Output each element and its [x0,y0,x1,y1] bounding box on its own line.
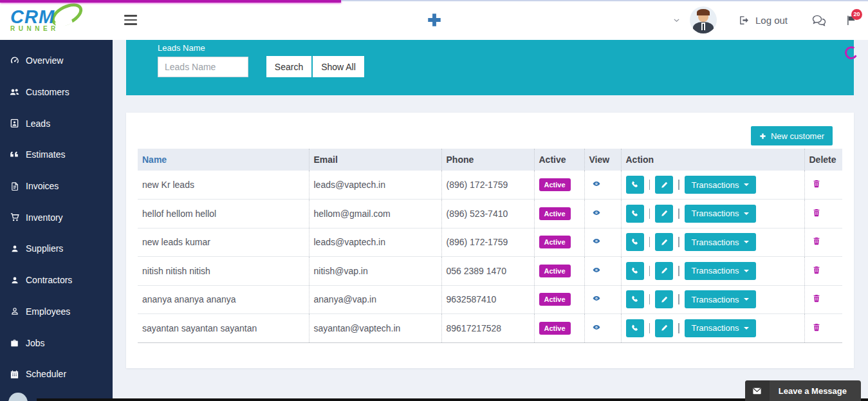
sidebar-item-overview[interactable]: Overview [0,45,113,77]
table-header-row: Name Email Phone Active View Action Dele… [138,149,842,171]
bottom-edge [37,398,868,401]
lead-email: hellom@gmail.com [309,200,441,228]
call-button[interactable] [626,233,644,251]
caret-down-icon [744,270,749,272]
status-badge: Active [539,293,571,306]
view-eye-icon[interactable] [589,266,602,274]
view-eye-icon[interactable] [589,209,602,217]
edit-button[interactable] [655,319,673,337]
delete-button[interactable] [809,236,821,246]
sidebar-item-estimates[interactable]: Estimates [0,139,113,171]
edit-button[interactable] [655,290,673,308]
show-all-button[interactable]: Show All [313,56,364,77]
lead-phone: (896) 172-1759 [441,228,534,257]
transactions-button[interactable]: Transactions [685,205,757,223]
quick-add-icon[interactable] [426,12,443,28]
loading-progress-bar [0,0,341,3]
transactions-button[interactable]: Transactions [685,262,757,280]
logo-text-runner: RUNNER [10,25,113,32]
sidebar-item-contractors[interactable]: Contractors [0,265,113,296]
action-separator [649,294,651,304]
cart-icon [9,212,20,222]
user-icon [9,275,20,285]
delete-button[interactable] [809,265,821,275]
view-eye-icon[interactable] [589,237,602,245]
sidebar-item-customers[interactable]: Customers [0,77,113,108]
lead-email: sayantan@vaptech.in [309,314,441,343]
action-separator [649,209,651,219]
new-customer-button[interactable]: New customer [751,126,833,145]
edit-button[interactable] [655,176,673,194]
lead-name: ananya ananya ananya [138,285,309,314]
lead-email: leads@vaptech.in [309,171,441,200]
top-header: CRM RUNNER Log out 20 [0,0,868,40]
sidebar-item-leads[interactable]: Leads [0,107,113,139]
sidebar-item-employees[interactable]: Employees [0,296,113,328]
edit-button[interactable] [655,205,673,223]
lead-phone: 89617217528 [441,314,534,343]
caret-down-icon [744,241,749,243]
edit-button[interactable] [655,262,673,280]
sidebar-item-invoices[interactable]: Invoices [0,171,113,202]
lead-name: nitish nitish nitish [138,257,309,286]
action-separator [678,237,679,247]
edit-button[interactable] [655,233,673,251]
view-eye-icon[interactable] [589,294,602,303]
sidebar-item-label: Jobs [26,338,45,348]
table-row: new Kr leads leads@vaptech.in (896) 172-… [138,171,842,200]
sidebar-item-label: Suppliers [26,243,63,254]
action-separator [649,237,651,247]
call-button[interactable] [626,176,644,194]
call-button[interactable] [626,290,644,308]
transactions-button[interactable]: Transactions [685,319,757,337]
column-header-view: View [584,149,621,171]
lead-name: hellof hellom hellol [138,200,309,228]
caret-down-icon [744,327,749,330]
sidebar-item-scheduler[interactable]: Scheduler [0,359,113,390]
transactions-button[interactable]: Transactions [685,176,757,194]
sidebar-item-jobs[interactable]: Jobs [0,327,113,359]
logout-button[interactable]: Log out [739,15,788,26]
new-customer-label: New customer [771,131,824,141]
search-button[interactable]: Search [266,56,311,77]
menu-toggle-icon[interactable] [124,15,137,25]
user-outline-icon [9,306,20,316]
sidebar-item-label: Estimates [26,149,65,160]
delete-button[interactable] [809,208,821,218]
status-badge: Active [539,322,571,335]
call-button[interactable] [626,205,644,223]
view-eye-icon[interactable] [589,323,602,331]
table-row: hellof hellom hellol hellom@gmail.com (8… [138,200,842,228]
leads-name-input[interactable] [158,57,248,77]
transactions-button[interactable]: Transactions [685,233,757,251]
column-header-email: Email [309,149,441,171]
caret-down-icon [744,212,749,215]
sidebar-item-inventory[interactable]: Inventory [0,201,113,233]
view-eye-icon[interactable] [589,180,602,188]
action-separator [649,266,651,276]
sidebar-item-suppliers[interactable]: Suppliers [0,233,113,265]
action-separator [678,323,679,333]
transactions-button[interactable]: Transactions [685,290,757,308]
chevron-down-icon[interactable] [672,16,681,24]
leave-message-widget[interactable]: Leave a Message [745,380,861,401]
chat-icon[interactable] [812,14,826,26]
lead-phone: 056 2389 1470 [441,257,534,286]
delete-button[interactable] [809,322,821,332]
sidebar-item-label: Inventory [26,212,63,223]
action-separator [649,180,651,190]
delete-button[interactable] [809,294,821,303]
column-header-name[interactable]: Name [138,149,309,171]
notifications-flag-icon[interactable]: 20 [845,14,856,26]
user-avatar[interactable] [690,6,717,33]
app-logo[interactable]: CRM RUNNER [0,0,113,40]
sidebar-item-label: Customers [26,87,69,97]
delete-button[interactable] [809,179,821,189]
table-row: ananya ananya ananya ananya@vap.in 96325… [138,285,842,314]
user-icon [9,244,20,254]
sidebar-item-label: Overview [26,55,63,66]
column-header-delete: Delete [804,149,842,171]
call-button[interactable] [626,319,644,337]
call-button[interactable] [626,262,644,280]
sidebar-item-label: Leads [26,118,50,129]
